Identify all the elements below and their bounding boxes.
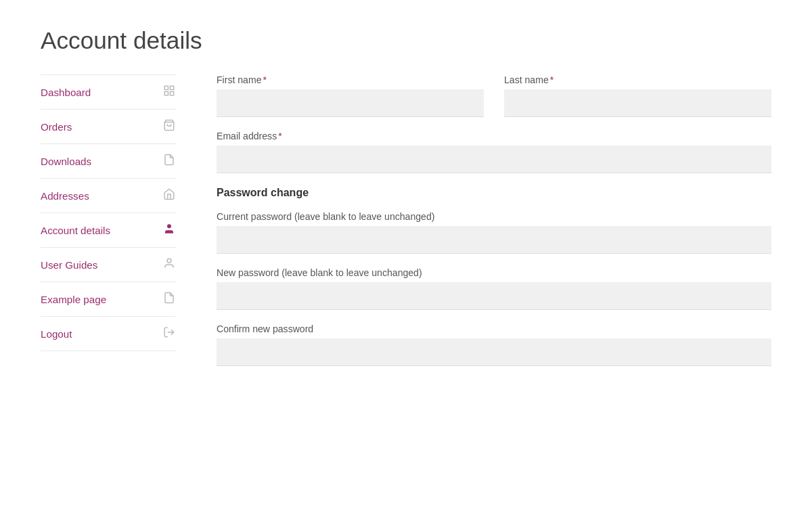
example-page-icon <box>162 292 176 307</box>
sidebar-label-user-guides: User Guides <box>41 259 97 271</box>
new-password-label: New password (leave blank to leave uncha… <box>217 267 771 278</box>
first-name-label: First name* <box>217 74 484 85</box>
page-title: Account details <box>41 27 771 54</box>
first-name-input[interactable] <box>217 89 484 117</box>
sidebar-label-orders: Orders <box>41 121 72 133</box>
sidebar: Dashboard Orders Downloads Addresses Acc… <box>41 74 176 380</box>
current-password-group: Current password (leave blank to leave u… <box>217 211 771 254</box>
email-required: * <box>278 131 281 141</box>
sidebar-item-dashboard[interactable]: Dashboard <box>41 74 176 110</box>
main-content: First name* Last name* Email address* Pa… <box>217 74 771 380</box>
last-name-label: Last name* <box>504 74 771 85</box>
last-name-group: Last name* <box>504 74 771 117</box>
confirm-password-label: Confirm new password <box>217 323 771 334</box>
svg-point-6 <box>167 259 171 263</box>
email-input[interactable] <box>217 145 771 173</box>
sidebar-label-example-page: Example page <box>41 294 106 305</box>
password-section-title: Password change <box>217 187 771 199</box>
user-guides-icon <box>162 257 176 272</box>
sidebar-item-user-guides[interactable]: User Guides <box>41 248 176 282</box>
email-group: Email address* <box>217 131 771 173</box>
sidebar-label-dashboard: Dashboard <box>41 87 91 98</box>
last-name-required: * <box>550 74 554 85</box>
svg-rect-1 <box>171 86 174 89</box>
sidebar-item-example-page[interactable]: Example page <box>41 282 176 317</box>
current-password-label: Current password (leave blank to leave u… <box>217 211 771 222</box>
name-row: First name* Last name* <box>217 74 771 117</box>
sidebar-item-addresses[interactable]: Addresses <box>41 179 176 213</box>
last-name-input[interactable] <box>504 89 771 117</box>
logout-icon <box>162 326 176 341</box>
orders-icon <box>162 119 176 134</box>
sidebar-label-downloads: Downloads <box>41 156 91 167</box>
new-password-group: New password (leave blank to leave uncha… <box>217 267 771 310</box>
downloads-icon <box>162 154 176 169</box>
sidebar-item-account-details[interactable]: Account details <box>41 213 176 248</box>
first-name-group: First name* <box>217 74 484 117</box>
sidebar-label-account-details: Account details <box>41 225 110 236</box>
sidebar-item-orders[interactable]: Orders <box>41 110 176 144</box>
new-password-input[interactable] <box>217 282 771 310</box>
svg-rect-2 <box>171 92 174 95</box>
email-label: Email address* <box>217 131 771 141</box>
confirm-password-group: Confirm new password <box>217 323 771 366</box>
current-password-input[interactable] <box>217 226 771 254</box>
svg-rect-0 <box>164 86 168 89</box>
sidebar-label-logout: Logout <box>41 328 72 340</box>
account-details-icon <box>162 223 176 238</box>
addresses-icon <box>162 188 176 203</box>
confirm-password-input[interactable] <box>217 338 771 366</box>
first-name-required: * <box>263 74 267 85</box>
dashboard-icon <box>162 85 176 99</box>
sidebar-item-downloads[interactable]: Downloads <box>41 144 176 179</box>
svg-point-5 <box>167 224 171 228</box>
sidebar-label-addresses: Addresses <box>41 190 89 202</box>
svg-rect-3 <box>164 92 168 95</box>
sidebar-item-logout[interactable]: Logout <box>41 317 176 351</box>
